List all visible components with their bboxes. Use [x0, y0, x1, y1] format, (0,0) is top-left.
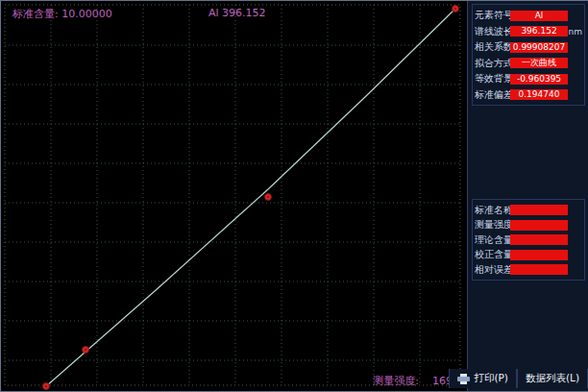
field-label: 相对误差:	[475, 263, 510, 277]
field-value: 一次曲线	[510, 58, 568, 68]
info-row-correlation: 相关系数: 0.99908207	[473, 39, 584, 56]
chart-canvas	[1, 1, 467, 391]
print-button-label: 打印(P)	[474, 372, 508, 385]
field-label: 标准偏差:	[475, 88, 510, 102]
sample-row-rel-error: 相对误差:	[473, 262, 584, 278]
bottom-toolbar: 打印(P) 数据列表(L)	[449, 369, 588, 388]
info-row-fit-method: 拟合方式: 一次曲线	[473, 56, 584, 72]
sample-row-corrected: 校正含量:	[473, 248, 584, 263]
data-point-center	[45, 385, 47, 387]
printer-icon	[457, 374, 470, 384]
print-button[interactable]: 打印(P)	[449, 369, 517, 388]
data-point-center	[454, 8, 456, 10]
field-label: 测量强度:	[475, 218, 510, 232]
calibration-chart[interactable]: 标准含量: 10.00000 Al 396.152 测量强度:1691	[1, 1, 467, 391]
field-value	[510, 250, 568, 260]
sample-row-name: 标准名称:	[473, 203, 584, 218]
field-value	[510, 220, 568, 231]
field-suffix: nm	[569, 27, 582, 37]
data-list-button-label: 数据列表(L)	[526, 372, 579, 385]
data-list-button[interactable]: 数据列表(L)	[517, 369, 588, 388]
standard-content-label: 标准含量:	[12, 8, 59, 20]
data-point-center	[85, 349, 86, 351]
plot-frame	[5, 5, 460, 385]
field-value	[510, 264, 568, 275]
field-value: 0.99908207	[510, 42, 568, 53]
measured-intensity-readout: 测量强度:1691	[373, 374, 459, 388]
field-value: -0.960395	[510, 74, 568, 85]
standard-content-readout: 标准含量: 10.00000	[12, 7, 112, 21]
field-label: 谱线波长:	[475, 25, 510, 38]
field-label: 等效背景:	[475, 72, 510, 86]
data-point-center	[267, 196, 269, 198]
result-panel: 元素符号: Al 谱线波长: 396.152 nm 相关系数: 0.999082…	[467, 1, 588, 391]
sample-info-group: 标准名称: 测量强度: 理论含量: 校正含量: 相对误差:	[472, 199, 585, 281]
sample-row-intensity: 测量强度:	[473, 218, 584, 233]
sample-row-theoretical: 理论含量:	[473, 233, 584, 248]
field-value	[510, 234, 568, 245]
intensity-label: 测量强度:	[373, 375, 419, 387]
info-row-stddev: 标准偏差: 0.194740	[473, 87, 584, 104]
field-label: 标准名称:	[475, 204, 510, 217]
field-label: 拟合方式:	[475, 57, 510, 70]
calibration-curve	[46, 9, 455, 386]
field-label: 元素符号:	[475, 9, 510, 22]
info-row-element: 元素符号: Al	[473, 8, 584, 24]
standard-content-value: 10.00000	[61, 8, 112, 20]
field-label: 理论含量:	[475, 233, 510, 247]
info-row-background: 等效背景: -0.960395	[473, 71, 584, 87]
field-value	[510, 205, 568, 215]
field-value: 0.194740	[510, 89, 568, 100]
field-value: 396.152	[510, 26, 568, 37]
field-value: Al	[510, 11, 568, 21]
field-label: 校正含量:	[475, 248, 510, 261]
calibration-curve-window: 标准含量: 10.00000 Al 396.152 测量强度:1691 元素符号…	[0, 0, 588, 392]
info-row-wavelength: 谱线波长: 396.152 nm	[473, 24, 584, 40]
field-label: 相关系数:	[475, 40, 510, 54]
element-line-annotation: Al 396.152	[208, 7, 266, 19]
curve-info-group: 元素符号: Al 谱线波长: 396.152 nm 相关系数: 0.999082…	[472, 4, 585, 106]
